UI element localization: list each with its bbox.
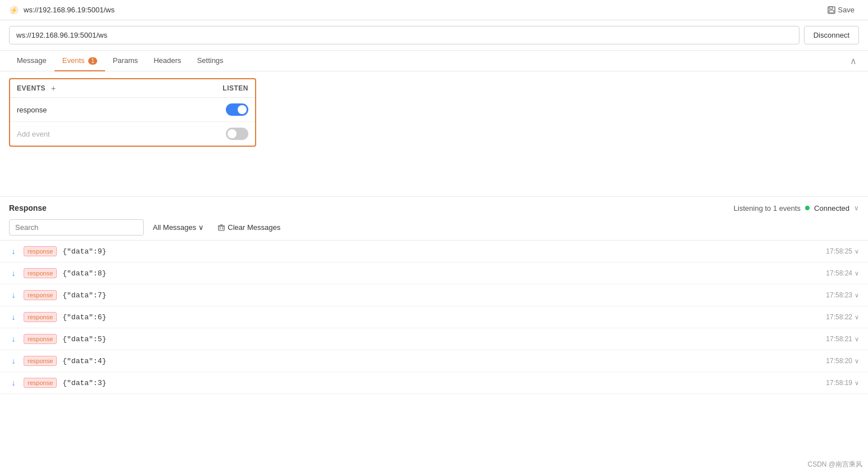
- url-bar-area: Disconnect: [0, 20, 868, 51]
- tab-message[interactable]: Message: [9, 51, 54, 71]
- message-time: 17:58:22 ∨: [826, 313, 859, 321]
- events-badge: 1: [88, 57, 97, 65]
- tab-headers[interactable]: Headers: [146, 51, 189, 71]
- events-panel-header: EVENTS + LISTEN: [10, 79, 255, 98]
- tab-settings[interactable]: Settings: [189, 51, 231, 71]
- event-name-response: response: [17, 106, 47, 114]
- response-status: Listening to 1 events Connected ∨: [734, 204, 859, 212]
- add-event-row: Add event: [10, 122, 255, 146]
- message-tag: response: [24, 246, 57, 256]
- svg-text:⚡: ⚡: [10, 6, 18, 14]
- message-content: {"data":7}: [62, 291, 820, 300]
- response-section: Response Listening to 1 events Connected…: [0, 196, 868, 394]
- save-button[interactable]: Save: [823, 3, 859, 16]
- trash-icon: [217, 224, 225, 232]
- add-event-toggle[interactable]: [226, 128, 248, 140]
- app-header: ⚡ ws://192.168.96.19:5001/ws Save: [0, 0, 868, 20]
- message-arrow-icon: ↓: [9, 247, 18, 256]
- add-event-placeholder: Add event: [17, 130, 50, 138]
- status-chevron-icon: ∨: [854, 204, 859, 212]
- message-tag: response: [24, 378, 57, 388]
- message-time: 17:58:23 ∨: [826, 291, 859, 299]
- events-panel: EVENTS + LISTEN response Add event: [9, 78, 256, 147]
- svg-rect-5: [219, 226, 224, 230]
- message-controls: All Messages ∨ Clear Messages: [0, 217, 868, 240]
- svg-rect-4: [829, 10, 834, 13]
- message-time: 17:58:25 ∨: [826, 247, 859, 255]
- tab-events[interactable]: Events 1: [54, 51, 105, 71]
- toggle-slider: [226, 103, 248, 116]
- message-tag: response: [24, 312, 57, 322]
- message-time: 17:58:19 ∨: [826, 379, 859, 387]
- response-header: Response Listening to 1 events Connected…: [0, 197, 868, 217]
- expand-icon[interactable]: ∨: [855, 314, 859, 321]
- message-arrow-icon: ↓: [9, 334, 18, 343]
- svg-rect-3: [829, 7, 833, 9]
- event-toggle-response[interactable]: [226, 103, 248, 116]
- expand-icon[interactable]: ∨: [855, 270, 859, 277]
- message-tag: response: [24, 334, 57, 344]
- message-content: {"data":8}: [62, 269, 820, 278]
- table-row: ↓ response {"data":6} 17:58:22 ∨: [0, 306, 868, 328]
- header-left: ⚡ ws://192.168.96.19:5001/ws: [9, 5, 115, 15]
- add-event-button[interactable]: +: [49, 84, 58, 93]
- message-list-container[interactable]: ↓ response {"data":9} 17:58:25 ∨ ↓ respo…: [0, 240, 868, 394]
- message-arrow-icon: ↓: [9, 291, 18, 300]
- table-row: ↓ response {"data":7} 17:58:23 ∨: [0, 284, 868, 306]
- disconnect-button[interactable]: Disconnect: [804, 26, 859, 44]
- listening-text: Listening to 1 events: [734, 204, 801, 212]
- events-title: EVENTS +: [17, 84, 58, 93]
- event-row-response: response: [10, 98, 255, 122]
- message-time: 17:58:24 ∨: [826, 269, 859, 277]
- message-tag: response: [24, 356, 57, 366]
- expand-icon[interactable]: ∨: [855, 248, 859, 255]
- message-tag: response: [24, 268, 57, 278]
- header-url: ws://192.168.96.19:5001/ws: [24, 6, 115, 14]
- expand-icon[interactable]: ∨: [855, 358, 859, 365]
- message-content: {"data":9}: [62, 247, 820, 256]
- table-row: ↓ response {"data":4} 17:58:20 ∨: [0, 350, 868, 372]
- tab-params[interactable]: Params: [105, 51, 146, 71]
- response-title: Response: [9, 203, 47, 212]
- message-content: {"data":6}: [62, 313, 820, 322]
- listen-label: LISTEN: [222, 84, 248, 92]
- message-content: {"data":3}: [62, 379, 820, 387]
- dropdown-icon: ∨: [198, 223, 204, 232]
- table-row: ↓ response {"data":9} 17:58:25 ∨: [0, 241, 868, 263]
- clear-messages-button[interactable]: Clear Messages: [213, 220, 285, 235]
- expand-icon[interactable]: ∨: [855, 292, 859, 299]
- table-row: ↓ response {"data":8} 17:58:24 ∨: [0, 263, 868, 284]
- status-text: Connected: [814, 204, 849, 212]
- table-row: ↓ response {"data":5} 17:58:21 ∨: [0, 328, 868, 350]
- message-arrow-icon: ↓: [9, 378, 18, 387]
- url-input[interactable]: [9, 26, 799, 44]
- message-time: 17:58:20 ∨: [826, 357, 859, 365]
- status-dot: [805, 206, 810, 210]
- collapse-button[interactable]: ∧: [848, 53, 859, 69]
- message-content: {"data":5}: [62, 335, 820, 343]
- message-time: 17:58:21 ∨: [826, 335, 859, 343]
- message-content: {"data":4}: [62, 357, 820, 365]
- message-arrow-icon: ↓: [9, 313, 18, 322]
- message-tag: response: [24, 290, 57, 300]
- add-toggle-slider: [226, 128, 248, 140]
- spacer: [0, 153, 868, 187]
- watermark: CSDN @南宫乘风: [807, 460, 862, 469]
- search-input[interactable]: [9, 219, 144, 236]
- message-arrow-icon: ↓: [9, 269, 18, 278]
- tabs-bar: Message Events 1 Params Headers Settings…: [0, 51, 868, 71]
- message-arrow-icon: ↓: [9, 356, 18, 365]
- expand-icon[interactable]: ∨: [855, 379, 859, 387]
- expand-icon[interactable]: ∨: [855, 336, 859, 343]
- ws-icon: ⚡: [9, 5, 19, 15]
- save-icon: [828, 6, 835, 14]
- all-messages-button[interactable]: All Messages ∨: [148, 220, 208, 235]
- table-row: ↓ response {"data":3} 17:58:19 ∨: [0, 372, 868, 394]
- message-list: ↓ response {"data":9} 17:58:25 ∨ ↓ respo…: [0, 240, 868, 394]
